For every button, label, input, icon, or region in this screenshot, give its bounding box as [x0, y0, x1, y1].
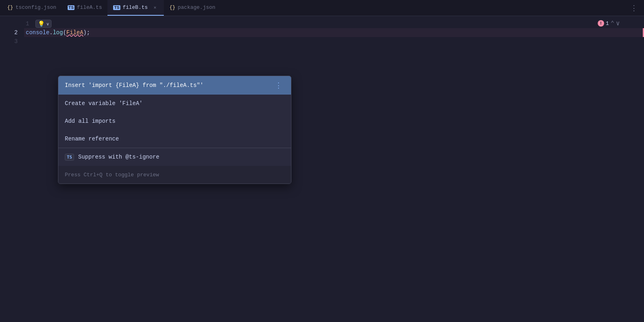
method-log: log — [53, 29, 63, 36]
code-line-1: 1 💡 ∨ — [24, 19, 644, 28]
quickfix-footer: Press Ctrl+Q to toggle preview — [58, 166, 291, 184]
code-line-3 — [24, 37, 644, 46]
lightbulb-icon: 💡 — [38, 21, 45, 27]
tab-bar: {} tsconfig.json TS fileA.ts TS fileB.ts… — [0, 0, 644, 16]
quickfix-item-suppress[interactable]: TS Suppress with @ts-ignore — [58, 148, 291, 166]
tab-fileA[interactable]: TS fileA.ts — [62, 0, 108, 16]
quickfix-footer-text: Press Ctrl+Q to toggle preview — [65, 172, 159, 178]
tab-more-button[interactable]: ⋮ — [625, 4, 642, 12]
quickfix-more-button[interactable]: ⋮ — [272, 80, 285, 91]
ts-icon-fileA: TS — [68, 5, 74, 10]
lightbulb-button[interactable]: 💡 ∨ — [35, 20, 52, 28]
tab-fileB[interactable]: TS fileB.ts ✕ — [107, 0, 164, 16]
json-icon-package: {} — [169, 5, 175, 10]
gutter-line-2: 2 — [0, 28, 18, 37]
semicolon: ; — [87, 29, 90, 36]
error-nav-arrows[interactable]: ⌃ ∨ — [611, 19, 620, 27]
quickfix-item-create-variable[interactable]: Create variable 'FileA' — [58, 95, 291, 112]
json-icon: {} — [7, 5, 13, 10]
code-content: 1 💡 ∨ 2 console.log(FileA); ! 1 ⌃ ∨ — [24, 16, 644, 322]
code-line-2: 2 console.log(FileA); — [24, 28, 644, 37]
dot-1: . — [50, 29, 53, 36]
tab-tsconfig[interactable]: {} tsconfig.json — [2, 0, 62, 16]
lightbulb-chevron-icon: ∨ — [46, 22, 49, 26]
keyword-console: console — [26, 29, 50, 36]
tab-label-package: package.json — [178, 4, 215, 10]
nav-up-icon[interactable]: ⌃ — [611, 19, 615, 27]
identifier-fileA: FileA — [66, 29, 83, 36]
tab-label-fileA: fileA.ts — [77, 4, 102, 10]
nav-down-icon[interactable]: ∨ — [616, 19, 620, 27]
line-number-1: 1 — [26, 19, 29, 28]
ts-icon-fileB: TS — [113, 5, 120, 10]
error-badge: ! — [598, 20, 604, 27]
quickfix-item-rename-reference[interactable]: Rename reference — [58, 130, 291, 148]
quickfix-item-add-all-imports[interactable]: Add all imports — [58, 112, 291, 130]
quickfix-label-insert-import: Insert 'import {FileA} from "./fileA.ts"… — [65, 82, 268, 89]
error-icon: ! — [600, 21, 603, 26]
quickfix-label-rename-reference: Rename reference — [65, 136, 285, 142]
gutter-line-1 — [0, 19, 18, 28]
tab-package[interactable]: {} package.json — [164, 0, 221, 16]
quickfix-item-insert-import[interactable]: Insert 'import {FileA} from "./fileA.ts"… — [58, 76, 291, 95]
ts-badge-icon: TS — [65, 154, 74, 161]
gutter-line-3: 3 — [0, 37, 18, 46]
error-badge-area: ! 1 ⌃ ∨ — [598, 19, 620, 27]
quickfix-label-add-all-imports: Add all imports — [65, 118, 285, 124]
quickfix-label-suppress: Suppress with @ts-ignore — [78, 154, 285, 160]
editor-area: 2 3 1 💡 ∨ 2 console.log(FileA); — [0, 16, 644, 322]
paren-open: ( — [63, 29, 66, 36]
quickfix-menu: Insert 'import {FileA} from "./fileA.ts"… — [58, 76, 291, 184]
error-count: 1 — [606, 21, 609, 27]
tab-label-tsconfig: tsconfig.json — [15, 4, 56, 10]
quickfix-label-create-variable: Create variable 'FileA' — [65, 100, 285, 107]
tab-close-fileB[interactable]: ✕ — [152, 4, 158, 11]
paren-close: ) — [83, 29, 87, 36]
tab-label-fileB: fileB.ts — [123, 4, 148, 10]
line-gutter: 2 3 — [0, 16, 24, 322]
